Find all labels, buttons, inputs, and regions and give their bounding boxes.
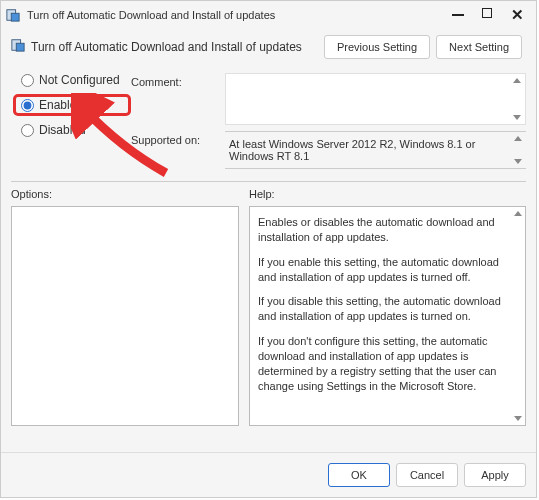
- comment-textarea[interactable]: [225, 73, 526, 125]
- policy-icon: [5, 7, 21, 23]
- options-panel: [11, 206, 239, 426]
- radio-enabled[interactable]: Enabled: [13, 94, 131, 116]
- help-text: If you enable this setting, the automati…: [258, 255, 507, 285]
- radio-disabled-label: Disabled: [39, 123, 86, 137]
- radio-disabled-input[interactable]: [21, 124, 34, 137]
- scroll-up-icon[interactable]: [513, 78, 521, 83]
- config-area: Not Configured Enabled Disabled Comment: [11, 73, 526, 169]
- options-label: Options:: [11, 188, 249, 200]
- previous-setting-button[interactable]: Previous Setting: [324, 35, 430, 59]
- supported-row: Supported on: At least Windows Server 20…: [131, 131, 526, 169]
- policy-editor-window: Turn off Automatic Download and Install …: [0, 0, 537, 498]
- radio-enabled-input[interactable]: [21, 99, 34, 112]
- svg-rect-3: [16, 43, 24, 51]
- next-setting-button[interactable]: Next Setting: [436, 35, 522, 59]
- scroll-up-icon[interactable]: [514, 136, 522, 141]
- fields-column: Comment: Supported on: At least Windows …: [131, 73, 526, 169]
- policy-icon: [11, 38, 25, 56]
- header-row: Turn off Automatic Download and Install …: [11, 35, 526, 59]
- subtitle-wrap: Turn off Automatic Download and Install …: [11, 38, 324, 56]
- panels-header: Options: Help:: [11, 181, 526, 200]
- close-button[interactable]: ✕: [510, 8, 524, 22]
- policy-name: Turn off Automatic Download and Install …: [31, 40, 302, 54]
- maximize-button[interactable]: [482, 8, 492, 18]
- minimize-button[interactable]: [452, 14, 464, 16]
- supported-on-text: At least Windows Server 2012 R2, Windows…: [229, 138, 475, 162]
- titlebar: Turn off Automatic Download and Install …: [1, 1, 536, 29]
- panels-row: Enables or disables the automatic downlo…: [11, 206, 526, 452]
- comment-row: Comment:: [131, 73, 526, 125]
- footer-buttons: OK Cancel Apply: [1, 452, 536, 497]
- window-title: Turn off Automatic Download and Install …: [27, 9, 452, 21]
- radio-not-configured[interactable]: Not Configured: [21, 73, 131, 87]
- help-panel: Enables or disables the automatic downlo…: [249, 206, 526, 426]
- help-text: Enables or disables the automatic downlo…: [258, 215, 507, 245]
- help-text: If you don't configure this setting, the…: [258, 334, 507, 393]
- content-area: Turn off Automatic Download and Install …: [1, 29, 536, 452]
- cancel-button[interactable]: Cancel: [396, 463, 458, 487]
- help-text: If you disable this setting, the automat…: [258, 294, 507, 324]
- scroll-up-icon[interactable]: [514, 211, 522, 216]
- svg-rect-1: [11, 13, 19, 21]
- scroll-down-icon[interactable]: [514, 416, 522, 421]
- radio-disabled[interactable]: Disabled: [21, 123, 131, 137]
- window-controls: ✕: [452, 8, 532, 22]
- radio-not-configured-input[interactable]: [21, 74, 34, 87]
- apply-button[interactable]: Apply: [464, 463, 526, 487]
- help-label: Help:: [249, 188, 275, 200]
- state-radio-group: Not Configured Enabled Disabled: [11, 73, 131, 169]
- supported-label: Supported on:: [131, 131, 217, 146]
- comment-label: Comment:: [131, 73, 217, 88]
- nav-buttons: Previous Setting Next Setting: [324, 35, 522, 59]
- scroll-down-icon[interactable]: [513, 115, 521, 120]
- supported-on-box: At least Windows Server 2012 R2, Windows…: [225, 131, 526, 169]
- scroll-down-icon[interactable]: [514, 159, 522, 164]
- radio-not-configured-label: Not Configured: [39, 73, 120, 87]
- ok-button[interactable]: OK: [328, 463, 390, 487]
- radio-enabled-label: Enabled: [39, 98, 83, 112]
